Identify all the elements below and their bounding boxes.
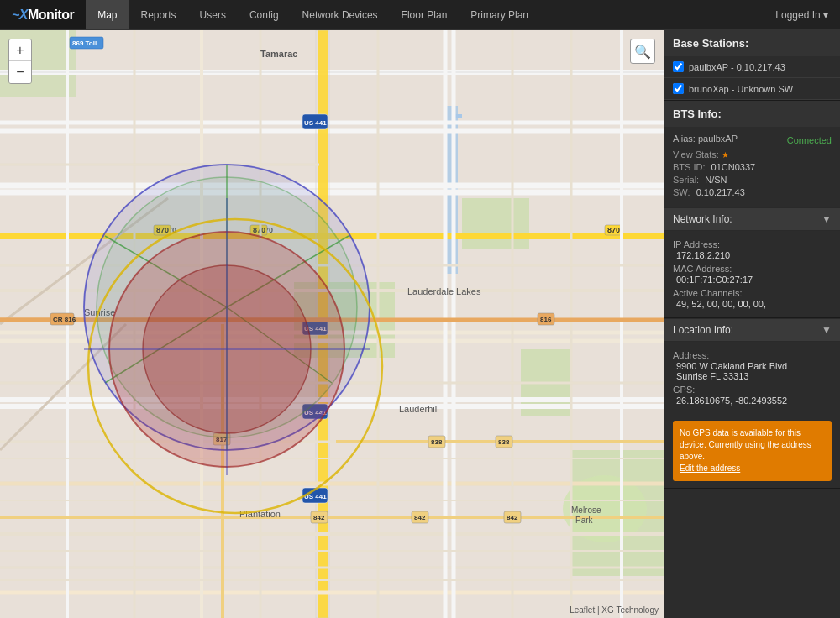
nav-item-floor-plan[interactable]: Floor Plan: [390, 0, 459, 29]
svg-text:870: 870: [607, 226, 620, 234]
gps-label: GPS:: [673, 385, 832, 395]
base-stations-header: Base Stations:: [664, 30, 840, 56]
mac-label: MAC Address:: [673, 264, 832, 274]
address-value: 9900 W Oakland Park Blvd Sunrise FL 3331…: [676, 361, 832, 381]
location-info-section: Location Info: ▼ Address: 9900 W Oakland…: [664, 318, 840, 489]
navbar: ~XMonitor Map Reports Users Config Netwo…: [0, 0, 840, 30]
view-stats-label: View Stats:: [673, 149, 719, 160]
svg-text:869 Toll: 869 Toll: [72, 39, 97, 47]
svg-text:842: 842: [313, 514, 325, 521]
right-panel: Base Stations: paulbxAP - 0.10.217.43 br…: [664, 30, 840, 618]
brand-name: Monitor: [28, 8, 74, 23]
bts-info-body: Alias: paulbxAP Connected View Stats: ★ …: [664, 127, 840, 207]
brand-prefix: ~X: [12, 8, 28, 23]
alias-label: Alias: paulbxAP: [673, 134, 738, 144]
serial-value: N/SN: [705, 175, 727, 185]
location-info-content: Address: 9900 W Oakland Park Blvd Sunris…: [664, 342, 840, 414]
nav-items: Map Reports Users Config Network Devices…: [86, 0, 540, 29]
channels-label: Active Channels:: [673, 288, 832, 298]
main-content: 870 870 870 870 870: [0, 30, 840, 618]
sw-label: SW:: [673, 187, 690, 197]
zoom-in-button[interactable]: +: [9, 39, 31, 61]
mac-value: 00:1F:71:C0:27:17: [676, 275, 832, 285]
bts-id-label: BTS ID:: [673, 162, 706, 172]
network-info-content: IP Address: 172.18.2.210 MAC Address: 00…: [664, 231, 840, 317]
ip-label: IP Address:: [673, 239, 832, 249]
serial-label: Serial:: [673, 175, 699, 185]
sw-row: SW: 0.10.217.43: [673, 187, 832, 197]
svg-text:838: 838: [498, 438, 510, 446]
map-attribution: Leaflet | XG Technology: [570, 605, 659, 615]
base-station-1-label: paulbxAP - 0.10.217.43: [689, 62, 785, 72]
search-icon: 🔍: [634, 44, 651, 60]
warning-text: No GPS data is available for this device…: [680, 428, 811, 461]
svg-text:CR 816: CR 816: [53, 316, 76, 323]
chevron-down-icon: ▼: [822, 213, 832, 225]
logged-in-menu[interactable]: Logged In ▾: [764, 9, 840, 21]
channels-value: 49, 52, 00, 00, 00, 00,: [676, 299, 832, 309]
zoom-out-button[interactable]: −: [9, 61, 31, 83]
network-info-label: Network Info:: [673, 213, 732, 225]
nav-item-network-devices[interactable]: Network Devices: [291, 0, 390, 29]
base-station-2-checkbox[interactable]: [673, 83, 684, 94]
map-search-button[interactable]: 🔍: [630, 39, 655, 64]
view-stats-row: View Stats: ★: [673, 149, 832, 160]
svg-text:842: 842: [507, 514, 518, 521]
zoom-controls: + −: [8, 39, 32, 84]
svg-text:842: 842: [414, 514, 426, 521]
status-badge: Connected: [787, 135, 832, 145]
nav-item-config[interactable]: Config: [238, 0, 291, 29]
address-label: Address:: [673, 350, 832, 360]
network-info-header[interactable]: Network Info: ▼: [664, 207, 840, 231]
base-station-2-label: brunoXap - Unknown SW: [689, 84, 793, 94]
brand-logo: ~XMonitor: [0, 0, 86, 29]
base-stations-section: Base Stations: paulbxAP - 0.10.217.43 br…: [664, 30, 840, 101]
svg-text:Tamarac: Tamarac: [260, 49, 297, 59]
bts-id-row: BTS ID: 01CN0337: [673, 162, 832, 172]
location-info-header[interactable]: Location Info: ▼: [664, 318, 840, 342]
nav-item-map[interactable]: Map: [86, 0, 129, 29]
bts-info-section: BTS Info: Alias: paulbxAP Connected View…: [664, 101, 840, 207]
ip-value: 172.18.2.210: [676, 250, 832, 260]
gps-warning-box: No GPS data is available for this device…: [673, 421, 832, 481]
base-station-1-checkbox[interactable]: [673, 61, 684, 72]
svg-text:816: 816: [540, 316, 552, 323]
gps-value: 26.18610675, -80.2493552: [676, 395, 832, 406]
chevron-down-icon-2: ▼: [822, 324, 832, 336]
svg-text:US 441: US 441: [304, 119, 327, 127]
nav-item-primary-plan[interactable]: Primary Plan: [459, 0, 540, 29]
map-svg: 870 870 870 870 870: [0, 30, 664, 618]
bts-id-value: 01CN0337: [711, 162, 756, 172]
svg-text:Lauderhill: Lauderhill: [399, 404, 439, 414]
base-station-item-2: brunoXap - Unknown SW: [664, 78, 840, 100]
sw-value: 0.10.217.43: [696, 187, 745, 197]
svg-text:Park: Park: [575, 516, 594, 525]
map-container[interactable]: 870 870 870 870 870: [0, 30, 664, 618]
bts-info-header: BTS Info:: [664, 101, 840, 127]
base-station-item-1: paulbxAP - 0.10.217.43: [664, 56, 840, 78]
location-info-label: Location Info:: [673, 324, 733, 336]
edit-address-link[interactable]: Edit the address: [680, 464, 740, 473]
serial-row: Serial: N/SN: [673, 175, 832, 185]
svg-text:Melrose: Melrose: [571, 505, 601, 515]
alias-row: Alias: paulbxAP Connected: [673, 134, 832, 146]
network-info-section: Network Info: ▼ IP Address: 172.18.2.210…: [664, 207, 840, 318]
svg-rect-2: [462, 198, 529, 249]
svg-text:Lauderdale Lakes: Lauderdale Lakes: [407, 286, 481, 296]
view-stats-link[interactable]: ★: [722, 150, 729, 160]
svg-text:838: 838: [431, 438, 443, 446]
nav-item-reports[interactable]: Reports: [129, 0, 188, 29]
nav-item-users[interactable]: Users: [188, 0, 238, 29]
